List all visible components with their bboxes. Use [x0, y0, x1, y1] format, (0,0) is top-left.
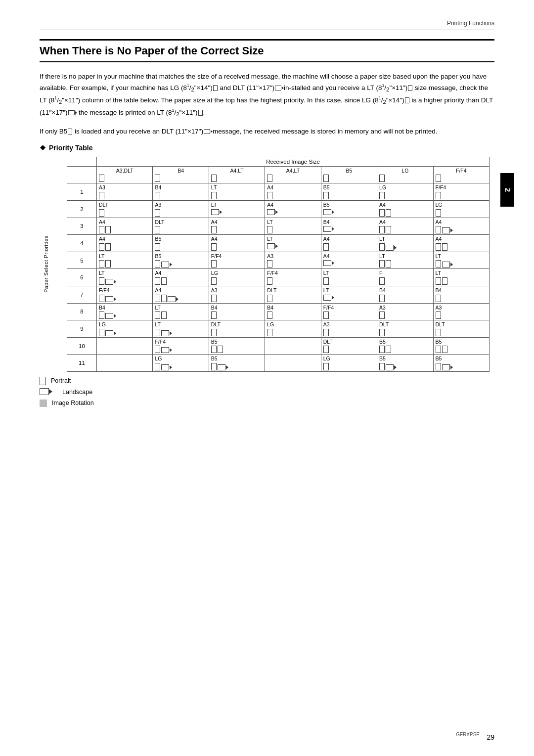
page-header: Printing Functions	[40, 20, 494, 30]
table-cell: A4	[97, 235, 153, 252]
body-paragraph-1: If there is no paper in your machine tha…	[40, 71, 494, 119]
col-header-6: F/F4	[433, 166, 489, 183]
table-cell: LG	[377, 183, 433, 201]
table-row: 9LGLTDLTLGA3DLTDLT	[67, 320, 490, 338]
legend-landscape-label: Landscape	[62, 389, 92, 396]
table-cell: A4	[265, 200, 321, 218]
table-row: 11LGB5LGB5B5	[67, 355, 490, 372]
table-cell: F/F4	[97, 286, 153, 303]
table-cell: B4	[209, 303, 265, 320]
table-cell: F/F4	[209, 252, 265, 269]
table-row: 8B4LTB4B4F/F4A3A3	[67, 303, 490, 320]
table-cell: A4	[97, 218, 153, 235]
col-header-1: B4	[153, 166, 209, 183]
table-cell: LG	[433, 200, 489, 218]
table-cell: A4	[377, 200, 433, 218]
table-row: 1A3B4LTA4B5LGF/F4	[67, 183, 490, 201]
table-cell: LT	[209, 183, 265, 201]
table-cell: LT	[153, 303, 209, 320]
table-cell: A4	[321, 252, 377, 269]
table-cell: B5	[433, 337, 489, 355]
table-cell: A3	[377, 303, 433, 320]
table-cell: LG	[265, 320, 321, 338]
received-size-header: Received Image Size	[97, 157, 490, 166]
legend: Portrait Landscape Image Rotation	[40, 377, 494, 407]
table-cell: A3	[153, 200, 209, 218]
table-cell: B5	[377, 337, 433, 355]
table-cell: DLT	[97, 200, 153, 218]
col-header-5: LG	[377, 166, 433, 183]
table-cell: B4	[377, 286, 433, 303]
row-number: 8	[67, 303, 97, 320]
table-cell: LT	[433, 252, 489, 269]
table-cell: A3	[265, 252, 321, 269]
table-cell: B5	[153, 252, 209, 269]
table-cell: A4	[265, 183, 321, 201]
table-body: 1A3B4LTA4B5LGF/F42DLTA3LTA4B5A4LG3A4DLTA…	[67, 183, 490, 372]
col-header-3: A4,LT	[265, 166, 321, 183]
table-cell: LT	[377, 252, 433, 269]
page-code: GFRXPSE	[456, 732, 480, 737]
table-cell: DLT	[209, 320, 265, 338]
table-cell: B4	[321, 218, 377, 235]
legend-rotated-icon	[40, 400, 47, 407]
row-number: 6	[67, 269, 97, 286]
table-cell: LG	[153, 355, 209, 372]
table-cell: A4	[153, 286, 209, 303]
row-number: 2	[67, 200, 97, 218]
table-cell: LT	[153, 320, 209, 338]
row-number: 9	[67, 320, 97, 338]
table-cell: B4	[265, 303, 321, 320]
table-cell: DLT	[265, 286, 321, 303]
table-cell: LT	[377, 235, 433, 252]
table-cell	[265, 355, 321, 372]
table-cell: LT	[321, 286, 377, 303]
table-cell: A4	[433, 235, 489, 252]
table-cell: LG	[97, 320, 153, 338]
table-cell: LT	[265, 235, 321, 252]
table-cell: LT	[433, 269, 489, 286]
section-title: When There is No Paper of the Correct Si…	[40, 39, 494, 62]
table-cell: LT	[97, 269, 153, 286]
header-num-cell	[67, 166, 97, 183]
table-cell: A4	[321, 235, 377, 252]
table-cell: B5	[209, 337, 265, 355]
table-cell: LT	[209, 200, 265, 218]
table-cell: B4	[433, 286, 489, 303]
table-cell: F/F4	[433, 183, 489, 201]
table-cell: DLT	[153, 218, 209, 235]
table-cell: A4	[153, 269, 209, 286]
table-cell: LT	[321, 269, 377, 286]
table-cell: A4	[433, 218, 489, 235]
table-row: 3A4DLTA4LTB4A4A4	[67, 218, 490, 235]
table-cell: A3	[433, 303, 489, 320]
table-cell: B4	[153, 183, 209, 201]
table-cell: F/F4	[321, 303, 377, 320]
table-cell: B5	[321, 200, 377, 218]
table-cell: DLT	[321, 337, 377, 355]
diamond-icon: ❖	[40, 144, 46, 152]
priority-table: Received Image Size A3,DLT B4	[67, 157, 490, 372]
table-cell: LG	[209, 269, 265, 286]
row-number: 10	[67, 337, 97, 355]
table-cell: DLT	[433, 320, 489, 338]
table-cell	[265, 337, 321, 355]
table-cell: A3	[321, 320, 377, 338]
body-paragraph-2: If only B5 is loaded and you receive an …	[40, 126, 494, 137]
col-header-2: A4,LT	[209, 166, 265, 183]
table-cell: LT	[97, 252, 153, 269]
table-cell: B5	[209, 355, 265, 372]
table-row: 5LTB5F/F4A3A4LTLT	[67, 252, 490, 269]
page: Printing Functions 2 When There is No Pa…	[0, 0, 534, 756]
row-number: 4	[67, 235, 97, 252]
row-number: 3	[67, 218, 97, 235]
legend-item-rotation: Image Rotation	[40, 400, 494, 407]
chapter-marker: 2	[500, 173, 514, 207]
table-cell: A4	[209, 218, 265, 235]
row-number: 1	[67, 183, 97, 201]
table-cell: DLT	[377, 320, 433, 338]
table-row: 7F/F4A4A3DLTLTB4B4	[67, 286, 490, 303]
table-cell: A4	[209, 235, 265, 252]
col-header-0: A3,DLT	[97, 166, 153, 183]
legend-portrait-label: Portrait	[51, 377, 71, 384]
